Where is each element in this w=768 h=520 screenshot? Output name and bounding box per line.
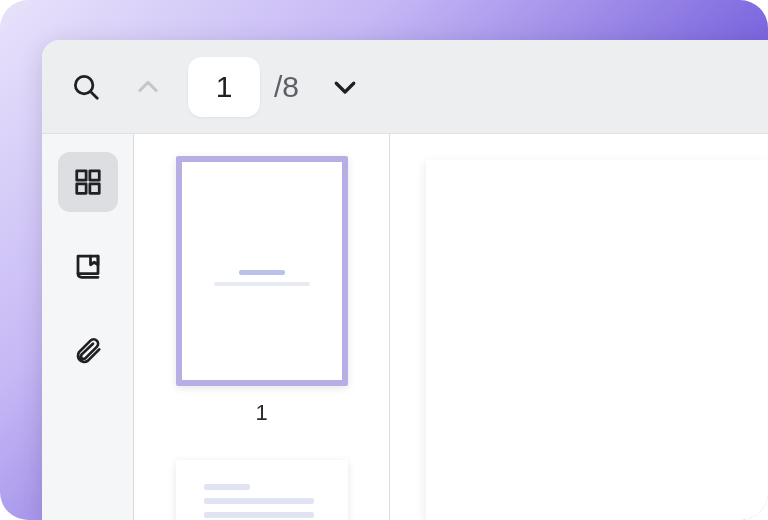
toolbar: /8 — [42, 40, 768, 134]
thumbnail-content-line — [239, 270, 285, 275]
grid-icon — [73, 167, 103, 197]
prev-page-button[interactable] — [126, 65, 170, 109]
page-canvas[interactable] — [426, 160, 768, 520]
bookmark-book-icon — [73, 251, 103, 281]
app-frame: /8 — [0, 0, 768, 520]
document-viewer-window: /8 — [42, 40, 768, 520]
attachments-tab[interactable] — [58, 320, 118, 380]
next-page-button[interactable] — [323, 65, 367, 109]
svg-rect-4 — [76, 184, 85, 193]
svg-line-1 — [91, 91, 98, 98]
page-total-label: /8 — [274, 70, 299, 104]
thumbnail-label: 1 — [255, 400, 267, 426]
main-page-area — [390, 134, 768, 520]
viewer-body: 1 — [42, 134, 768, 520]
search-button[interactable] — [64, 65, 108, 109]
side-rail — [42, 134, 134, 520]
page-number-input[interactable] — [188, 57, 260, 117]
thumbnail-content-line — [214, 282, 310, 286]
thumbnail-preview — [182, 466, 342, 520]
thumbnail-page-2[interactable] — [176, 460, 348, 520]
search-icon — [71, 72, 101, 102]
bookmarks-tab[interactable] — [58, 236, 118, 296]
svg-rect-5 — [89, 184, 98, 193]
chevron-down-icon — [330, 72, 360, 102]
paperclip-icon — [73, 335, 103, 365]
thumbnail-preview — [182, 162, 342, 380]
thumbnails-tab[interactable] — [58, 152, 118, 212]
thumbnail-content-line — [204, 484, 250, 490]
thumbnail-content-line — [204, 512, 314, 518]
chevron-up-icon — [134, 73, 162, 101]
svg-rect-3 — [89, 171, 98, 180]
thumbnail-page-1[interactable] — [176, 156, 348, 386]
thumbnail-content-line — [204, 498, 314, 504]
thumbnail-panel: 1 — [134, 134, 390, 520]
svg-rect-2 — [76, 171, 85, 180]
